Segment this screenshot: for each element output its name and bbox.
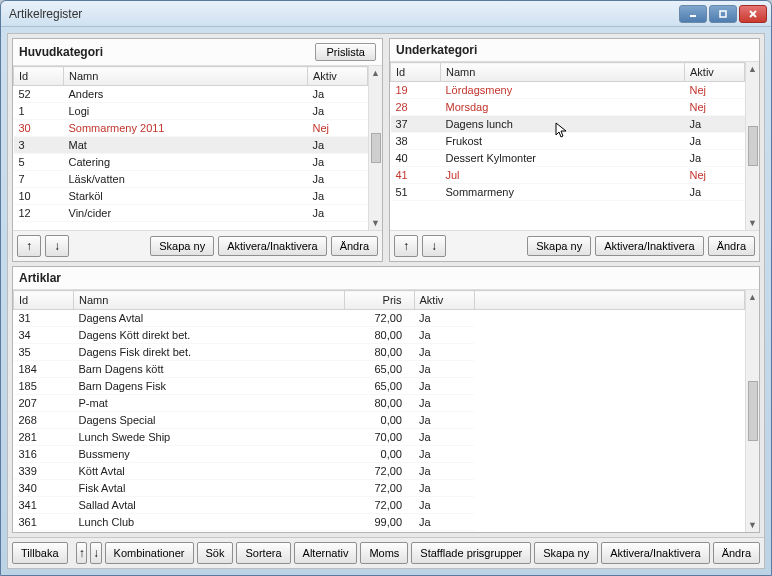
scroll-up-icon[interactable]: ▲	[748, 62, 757, 76]
col-namn[interactable]: Namn	[64, 67, 308, 86]
col-aktiv[interactable]: Aktiv	[308, 67, 368, 86]
col-namn[interactable]: Namn	[441, 63, 685, 82]
table-row[interactable]: 268Dagens Special0,00Ja	[14, 412, 745, 429]
scrollbar[interactable]: ▲ ▼	[368, 66, 382, 230]
table-row[interactable]: 31Dagens Avtal72,00Ja	[14, 310, 745, 327]
table-row[interactable]: 51SommarmenyJa	[391, 184, 745, 201]
col-id[interactable]: Id	[391, 63, 441, 82]
cell-aktiv: Ja	[685, 150, 745, 167]
cell-namn: Fisk Avtal	[74, 480, 345, 497]
move-up-button[interactable]: ↑	[394, 235, 418, 257]
aktivera-inaktivera-button[interactable]: Aktivera/Inaktivera	[595, 236, 703, 256]
svg-rect-1	[720, 11, 726, 17]
col-namn[interactable]: Namn	[74, 291, 345, 310]
underkategori-grid[interactable]: Id Namn Aktiv 19LördagsmenyNej28MorsdagN…	[390, 62, 759, 230]
table-row[interactable]: 35Dagens Fisk direkt bet.80,00Ja	[14, 344, 745, 361]
table-row[interactable]: 30Sommarmeny 2011Nej	[14, 120, 368, 137]
table-row[interactable]: 185Barn Dagens Fisk65,00Ja	[14, 378, 745, 395]
table-row[interactable]: 38FrukostJa	[391, 133, 745, 150]
cell-aktiv: Ja	[308, 205, 368, 222]
cell-namn: Frukost	[441, 133, 685, 150]
scroll-down-icon[interactable]: ▼	[748, 216, 757, 230]
aktivera-inaktivera-button[interactable]: Aktivera/Inaktivera	[218, 236, 326, 256]
table-row[interactable]: 281Lunch Swede Ship70,00Ja	[14, 429, 745, 446]
cell-id: 12	[14, 205, 64, 222]
move-down-button[interactable]: ↓	[45, 235, 69, 257]
cell-id: 40	[391, 150, 441, 167]
kombinationer-button[interactable]: Kombinationer	[105, 542, 194, 564]
move-up-button[interactable]: ↑	[76, 542, 87, 564]
table-row[interactable]: 10StarkölJa	[14, 188, 368, 205]
artiklar-grid[interactable]: Id Namn Pris Aktiv 31Dagens Avtal72,00Ja…	[13, 290, 759, 532]
tillbaka-button[interactable]: Tillbaka	[12, 542, 68, 564]
table-row[interactable]: 37Dagens lunchJa	[391, 116, 745, 133]
scroll-up-icon[interactable]: ▲	[371, 66, 380, 80]
moms-button[interactable]: Moms	[360, 542, 408, 564]
scroll-down-icon[interactable]: ▼	[371, 216, 380, 230]
table-row[interactable]: 28MorsdagNej	[391, 99, 745, 116]
cell-id: 30	[14, 120, 64, 137]
skapa-ny-button[interactable]: Skapa ny	[527, 236, 591, 256]
scrollbar[interactable]: ▲ ▼	[745, 290, 759, 532]
table-row[interactable]: 7Läsk/vattenJa	[14, 171, 368, 188]
aktivera-inaktivera-button[interactable]: Aktivera/Inaktivera	[601, 542, 709, 564]
cell-namn: Dagens Kött direkt bet.	[74, 327, 345, 344]
move-down-button[interactable]: ↓	[422, 235, 446, 257]
cell-pris: 0,00	[344, 412, 414, 429]
cell-pris: 72,00	[344, 480, 414, 497]
table-row[interactable]: 339Kött Avtal72,00Ja	[14, 463, 745, 480]
table-row[interactable]: 316Bussmeny0,00Ja	[14, 446, 745, 463]
col-pris[interactable]: Pris	[344, 291, 414, 310]
scroll-thumb[interactable]	[371, 133, 381, 163]
table-row[interactable]: 340Fisk Avtal72,00Ja	[14, 480, 745, 497]
cell-pris: 72,00	[344, 497, 414, 514]
table-row[interactable]: 19LördagsmenyNej	[391, 82, 745, 99]
skapa-ny-button[interactable]: Skapa ny	[534, 542, 598, 564]
cell-namn: Jul	[441, 167, 685, 184]
andra-button[interactable]: Ändra	[708, 236, 755, 256]
sortera-button[interactable]: Sortera	[236, 542, 290, 564]
prislista-button[interactable]: Prislista	[315, 43, 376, 61]
scroll-thumb[interactable]	[748, 126, 758, 166]
move-down-button[interactable]: ↓	[90, 542, 101, 564]
table-row[interactable]: 52AndersJa	[14, 86, 368, 103]
cell-id: 7	[14, 171, 64, 188]
col-id[interactable]: Id	[14, 67, 64, 86]
scroll-down-icon[interactable]: ▼	[748, 518, 757, 532]
close-button[interactable]	[739, 5, 767, 23]
table-row[interactable]: 1LogiJa	[14, 103, 368, 120]
alternativ-button[interactable]: Alternativ	[294, 542, 358, 564]
table-row[interactable]: 3MatJa	[14, 137, 368, 154]
cell-aktiv: Nej	[685, 99, 745, 116]
col-id[interactable]: Id	[14, 291, 74, 310]
scroll-thumb[interactable]	[748, 381, 758, 441]
stafflade-button[interactable]: Stafflade prisgrupper	[411, 542, 531, 564]
huvudkategori-grid[interactable]: Id Namn Aktiv 52AndersJa1LogiJa30Sommarm…	[13, 66, 382, 230]
cell-aktiv: Ja	[308, 86, 368, 103]
skapa-ny-button[interactable]: Skapa ny	[150, 236, 214, 256]
cell-aktiv: Ja	[414, 361, 474, 378]
sok-button[interactable]: Sök	[197, 542, 234, 564]
table-row[interactable]: 12Vin/ciderJa	[14, 205, 368, 222]
maximize-button[interactable]	[709, 5, 737, 23]
andra-button[interactable]: Ändra	[713, 542, 760, 564]
andra-button[interactable]: Ändra	[331, 236, 378, 256]
top-panels: Huvudkategori Prislista Id Namn Aktiv 52…	[8, 34, 764, 266]
table-row[interactable]: 361Lunch Club99,00Ja	[14, 514, 745, 531]
move-up-button[interactable]: ↑	[17, 235, 41, 257]
minimize-button[interactable]	[679, 5, 707, 23]
scrollbar[interactable]: ▲ ▼	[745, 62, 759, 230]
table-row[interactable]: 207P-mat80,00Ja	[14, 395, 745, 412]
client-area: Huvudkategori Prislista Id Namn Aktiv 52…	[7, 33, 765, 569]
table-row[interactable]: 34Dagens Kött direkt bet.80,00Ja	[14, 327, 745, 344]
col-aktiv[interactable]: Aktiv	[685, 63, 745, 82]
table-row[interactable]: 40Dessert KylmonterJa	[391, 150, 745, 167]
col-aktiv[interactable]: Aktiv	[414, 291, 474, 310]
scroll-up-icon[interactable]: ▲	[748, 290, 757, 304]
table-row[interactable]: 184Barn Dagens kött65,00Ja	[14, 361, 745, 378]
cell-id: 28	[391, 99, 441, 116]
table-row[interactable]: 341Sallad Avtal72,00Ja	[14, 497, 745, 514]
cell-namn: Dagens Special	[74, 412, 345, 429]
table-row[interactable]: 5CateringJa	[14, 154, 368, 171]
table-row[interactable]: 41JulNej	[391, 167, 745, 184]
